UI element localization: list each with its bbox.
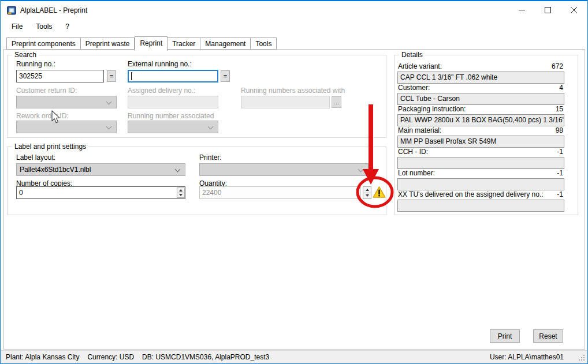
- detail-value: CCL Tube - Carson: [397, 93, 564, 105]
- app-window: AlplaLABEL - Preprint File Tools ? Prepr…: [0, 0, 588, 364]
- menu-tools[interactable]: Tools: [34, 21, 54, 32]
- detail-label: Customer:: [398, 84, 430, 92]
- running-no-equals-button[interactable]: =: [107, 70, 116, 82]
- label-layout-combobox[interactable]: Pallet4x6Std1bcV1.nlbl: [16, 163, 185, 176]
- reset-button[interactable]: Reset: [533, 329, 563, 343]
- running-no-label: Running no.:: [16, 60, 55, 68]
- details-group-title: Details: [399, 51, 425, 59]
- tab-management[interactable]: Management: [200, 37, 251, 50]
- tab-preprint-components[interactable]: Preprint components: [6, 37, 81, 50]
- detail-id: 4: [559, 84, 563, 92]
- menu-file[interactable]: File: [10, 21, 24, 32]
- running-no-input[interactable]: [16, 70, 104, 82]
- assigned-delivery-no-label: Assigned delivery no.:: [128, 87, 195, 95]
- quantity-input: [199, 186, 361, 199]
- tab-tracker[interactable]: Tracker: [168, 37, 200, 50]
- detail-label: XX TU's delivered on the assigned delive…: [398, 190, 544, 198]
- detail-label: CCH - ID:: [398, 148, 428, 156]
- rework-order-id-combobox: [16, 121, 117, 133]
- rework-order-id-label: Rework order ID:: [16, 112, 69, 120]
- search-group-title: Search: [12, 51, 39, 59]
- status-user: User: ALPLA\matthes01: [490, 353, 564, 361]
- status-bar: Plant: Alpla Kansas City Currency: USD D…: [1, 350, 587, 363]
- close-button[interactable]: [561, 1, 587, 19]
- chevron-down-icon: [106, 99, 112, 105]
- detail-id: 15: [556, 105, 563, 113]
- menu-help[interactable]: ?: [64, 21, 71, 32]
- customer-return-id-label: Customer return ID:: [16, 87, 77, 95]
- status-plant: Plant: Alpla Kansas City: [6, 353, 79, 361]
- label-print-settings-group-title: Label and print settings: [12, 142, 88, 151]
- tab-preprint-waste[interactable]: Preprint waste: [81, 37, 135, 50]
- number-of-copies-input[interactable]: [16, 186, 185, 199]
- number-of-copies-spinner[interactable]: [177, 187, 185, 198]
- detail-value: PAL WWP 2800u X 18 BOX BAG(50,400 pcs) 1…: [397, 114, 564, 126]
- detail-value: CAP CCL 1 3/16" FT .062 white: [397, 72, 564, 84]
- title-bar: AlplaLABEL - Preprint: [1, 1, 587, 18]
- spin-down-icon[interactable]: [363, 193, 371, 200]
- assigned-delivery-no-input: [128, 96, 218, 108]
- menu-bar: File Tools ?: [1, 19, 587, 33]
- warning-triangle-icon: [373, 186, 386, 198]
- label-layout-value: Pallet4x6Std1bcV1.nlbl: [20, 166, 91, 174]
- details-groupbox: Details Article variant: 672 CAP CCL 1 3…: [394, 55, 578, 215]
- detail-label: Lot number:: [398, 169, 435, 177]
- detail-label: Main material:: [398, 126, 441, 134]
- detail-label: Packaging instruction:: [398, 105, 466, 113]
- resize-grip[interactable]: [578, 354, 585, 361]
- running-numbers-associated-with-input: [241, 96, 330, 108]
- running-numbers-browse-button: ...: [332, 96, 341, 108]
- spin-up-icon[interactable]: [177, 187, 185, 193]
- chevron-down-icon: [208, 124, 214, 130]
- running-number-associated-label: Running number associated: [128, 112, 214, 120]
- quantity-spinner[interactable]: [363, 186, 371, 199]
- chevron-down-icon: [175, 167, 181, 172]
- detail-value: [397, 200, 564, 212]
- status-db: DB: USMCD1VMS036, AlplaPROD_test3: [142, 353, 269, 361]
- detail-value: [397, 157, 564, 169]
- running-numbers-associated-with-label: Running numbers associated with: [241, 87, 345, 95]
- tab-strip: Preprint components Preprint waste Repri…: [6, 37, 277, 50]
- chevron-down-icon: [106, 124, 112, 130]
- tab-tools[interactable]: Tools: [251, 37, 277, 50]
- chevron-down-icon: [358, 167, 364, 172]
- detail-id: -1: [557, 148, 563, 156]
- detail-id: -1: [557, 190, 563, 198]
- maximize-button[interactable]: [535, 1, 561, 19]
- external-running-no-label: External running no.:: [128, 60, 192, 68]
- external-running-no-equals-button[interactable]: =: [221, 70, 230, 82]
- detail-label: Article variant:: [398, 62, 442, 70]
- detail-value: MM PP Basell Profax SR 549M: [397, 136, 564, 148]
- spin-up-icon[interactable]: [363, 186, 371, 193]
- app-icon: [7, 6, 16, 15]
- detail-id: 98: [556, 126, 563, 134]
- tab-reprint[interactable]: Reprint: [135, 36, 168, 51]
- detail-id: -1: [557, 169, 563, 177]
- label-layout-label: Label layout:: [16, 153, 55, 162]
- minimize-button[interactable]: [509, 1, 535, 19]
- printer-combobox: [199, 163, 369, 176]
- spin-down-icon[interactable]: [177, 193, 185, 198]
- window-title: AlplaLABEL - Preprint: [20, 6, 87, 14]
- running-number-associated-combobox: [128, 121, 218, 133]
- text-caret: [131, 72, 132, 80]
- printer-label: Printer:: [199, 153, 222, 162]
- customer-return-id-combobox: [16, 96, 117, 108]
- external-running-no-input[interactable]: [128, 70, 218, 82]
- detail-id: 672: [552, 62, 563, 70]
- print-button[interactable]: Print: [490, 329, 520, 343]
- status-currency: Currency: USD: [87, 353, 134, 361]
- detail-value: [397, 178, 564, 190]
